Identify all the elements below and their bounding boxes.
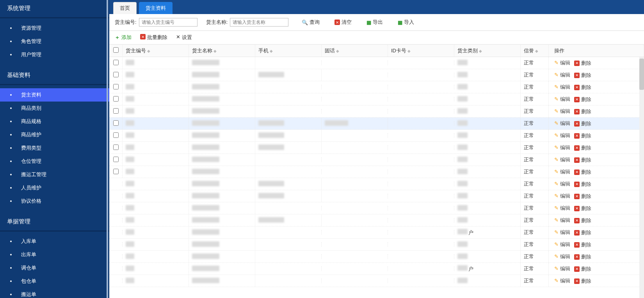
table-row[interactable]: 正常✎编辑✕删除 <box>109 130 644 142</box>
table-scrollbar[interactable] <box>639 57 644 298</box>
table-row[interactable]: 正常✎编辑✕删除 <box>109 166 644 178</box>
col-name[interactable]: 货主名称◆ <box>189 45 255 57</box>
row-checkbox[interactable] <box>113 60 119 65</box>
edit-button[interactable]: ✎编辑 <box>554 241 570 248</box>
edit-button[interactable]: ✎编辑 <box>554 96 570 103</box>
row-checkbox[interactable] <box>113 157 119 162</box>
row-checkbox[interactable] <box>113 169 119 174</box>
tab[interactable]: 货主资料 <box>139 2 173 14</box>
delete-button[interactable]: ✕删除 <box>574 120 591 127</box>
table-row[interactable]: 正常✎编辑✕删除 <box>109 81 644 93</box>
sidebar-item[interactable]: 包仓单 <box>0 275 109 288</box>
delete-button[interactable]: ✕删除 <box>574 132 591 139</box>
table-row[interactable]: 正常✎编辑✕删除 <box>109 214 644 227</box>
edit-button[interactable]: ✎编辑 <box>554 168 570 175</box>
sidebar-item[interactable]: 搬运单 <box>0 288 109 298</box>
edit-button[interactable]: ✎编辑 <box>554 156 570 163</box>
row-checkbox[interactable] <box>113 84 119 89</box>
col-credit[interactable]: 信誉◆ <box>521 45 549 57</box>
edit-button[interactable]: ✎编辑 <box>554 229 570 236</box>
delete-button[interactable]: ✕删除 <box>574 229 591 236</box>
delete-button[interactable]: ✕删除 <box>574 108 591 115</box>
edit-button[interactable]: ✎编辑 <box>554 205 570 212</box>
delete-button[interactable]: ✕删除 <box>574 217 591 224</box>
delete-button[interactable]: ✕删除 <box>574 60 591 67</box>
sidebar-item[interactable]: 人员维护 <box>0 181 109 195</box>
sidebar-item[interactable]: 入库单 <box>0 235 109 248</box>
edit-button[interactable]: ✎编辑 <box>554 71 570 79</box>
table-row[interactable]: 正常✎编辑✕删除 <box>109 154 644 166</box>
table-row[interactable]: 正常✎编辑✕删除 <box>109 178 644 190</box>
row-checkbox[interactable] <box>113 96 119 102</box>
edit-button[interactable]: ✎编辑 <box>554 253 570 260</box>
sidebar-item[interactable]: 商品维护 <box>0 128 109 141</box>
query-button[interactable]: 🔍 查询 <box>299 18 323 27</box>
sidebar-item[interactable]: 搬运工管理 <box>0 168 109 181</box>
delete-button[interactable]: ✕删除 <box>574 181 591 188</box>
sidebar-scrollbar[interactable] <box>107 0 108 298</box>
edit-button[interactable]: ✎编辑 <box>554 277 570 284</box>
table-row[interactable]: 正常✎编辑✕删除 <box>109 69 644 81</box>
delete-button[interactable]: ✕删除 <box>574 193 591 200</box>
table-row[interactable]: 正常✎编辑✕删除 <box>109 251 644 263</box>
sidebar-item[interactable]: 调仓单 <box>0 261 109 275</box>
table-row[interactable]: 户正常✎编辑✕删除 <box>109 227 644 239</box>
table-row[interactable]: 正常✎编辑✕删除 <box>109 239 644 251</box>
add-button[interactable]: ＋ 添加 <box>115 34 132 41</box>
edit-button[interactable]: ✎编辑 <box>554 180 570 187</box>
tab[interactable]: 首页 <box>113 2 137 14</box>
edit-button[interactable]: ✎编辑 <box>554 59 570 66</box>
edit-button[interactable]: ✎编辑 <box>554 120 570 127</box>
table-row[interactable]: 正常✎编辑✕删除 <box>109 105 644 118</box>
edit-button[interactable]: ✎编辑 <box>554 144 570 151</box>
edit-button[interactable]: ✎编辑 <box>554 217 570 224</box>
search-name-input[interactable] <box>230 18 288 27</box>
col-idcard[interactable]: ID卡号◆ <box>388 45 454 57</box>
delete-button[interactable]: ✕删除 <box>574 145 591 152</box>
delete-button[interactable]: ✕删除 <box>574 205 591 212</box>
edit-button[interactable]: ✎编辑 <box>554 193 570 200</box>
table-row[interactable]: 户正常✎编辑✕删除 <box>109 263 644 275</box>
import-button[interactable]: ▦ 导入 <box>395 18 417 27</box>
table-row[interactable]: 正常✎编辑✕删除 <box>109 142 644 154</box>
select-all-checkbox[interactable] <box>113 47 119 53</box>
sidebar-item[interactable]: 出库单 <box>0 248 109 261</box>
delete-button[interactable]: ✕删除 <box>574 169 591 176</box>
sidebar-item[interactable]: 费用类型 <box>0 141 109 155</box>
batch-delete-button[interactable]: ✕ 批量删除 <box>140 34 167 41</box>
clear-button[interactable]: ✕ 清空 <box>331 18 355 27</box>
delete-button[interactable]: ✕删除 <box>574 241 591 248</box>
delete-button[interactable]: ✕删除 <box>574 278 591 285</box>
sidebar-item[interactable]: 角色管理 <box>0 35 109 48</box>
col-code[interactable]: 货主编号◆ <box>123 45 189 57</box>
table-row[interactable]: 正常✎编辑✕删除 <box>109 57 644 69</box>
table-row[interactable]: 正常✎编辑✕删除 <box>109 118 644 130</box>
col-tel[interactable]: 固话◆ <box>322 45 388 57</box>
sidebar-item[interactable]: 仓位管理 <box>0 155 109 168</box>
sidebar-item[interactable]: 货主资料 <box>0 88 109 102</box>
settings-button[interactable]: ✕ 设置 <box>176 34 192 41</box>
delete-button[interactable]: ✕删除 <box>574 266 591 273</box>
table-row[interactable]: 正常✎编辑✕删除 <box>109 93 644 105</box>
row-checkbox[interactable] <box>113 132 119 138</box>
sidebar-item[interactable]: 资源管理 <box>0 21 109 35</box>
delete-button[interactable]: ✕删除 <box>574 84 591 91</box>
sidebar-item[interactable]: 商品规格 <box>0 115 109 128</box>
delete-button[interactable]: ✕删除 <box>574 96 591 103</box>
export-button[interactable]: ▦ 导出 <box>363 18 386 27</box>
col-type[interactable]: 货主类别◆ <box>454 45 521 57</box>
table-row[interactable]: 正常✎编辑✕删除 <box>109 190 644 202</box>
edit-button[interactable]: ✎编辑 <box>554 265 570 272</box>
delete-button[interactable]: ✕删除 <box>574 72 591 79</box>
delete-button[interactable]: ✕删除 <box>574 253 591 261</box>
col-phone[interactable]: 手机◆ <box>255 45 322 57</box>
edit-button[interactable]: ✎编辑 <box>554 84 570 91</box>
edit-button[interactable]: ✎编辑 <box>554 132 570 139</box>
table-row[interactable]: 正常✎编辑✕删除 <box>109 275 644 287</box>
row-checkbox[interactable] <box>113 120 119 126</box>
row-checkbox[interactable] <box>113 108 119 114</box>
search-code-input[interactable] <box>139 18 197 27</box>
edit-button[interactable]: ✎编辑 <box>554 108 570 115</box>
sidebar-item[interactable]: 商品类别 <box>0 102 109 115</box>
sidebar-item[interactable]: 用户管理 <box>0 48 109 61</box>
